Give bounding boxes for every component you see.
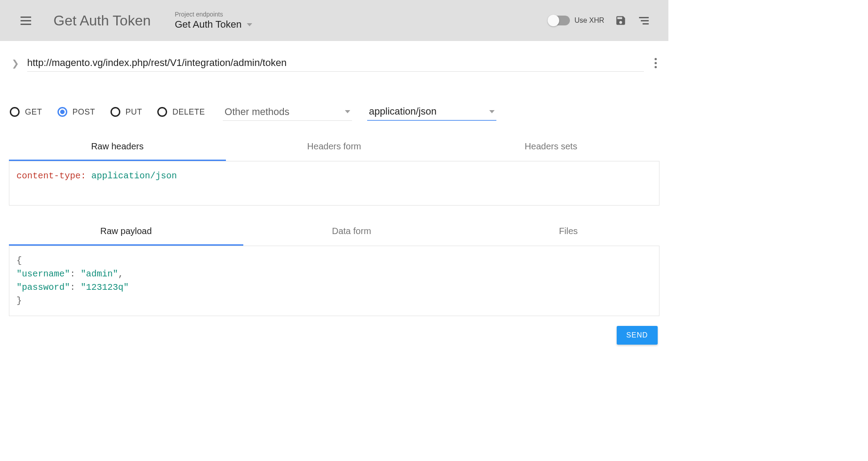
save-icon[interactable] [615,15,626,26]
method-radio-post[interactable]: POST [57,107,95,117]
chevron-right-icon[interactable]: ❯ [9,58,19,69]
method-radio-put[interactable]: PUT [111,107,143,117]
url-input[interactable] [27,54,644,72]
more-options-icon[interactable] [652,55,659,71]
chevron-down-icon [489,110,495,113]
method-label: DELETE [172,107,205,117]
method-radio-get[interactable]: GET [10,107,42,117]
other-methods-label: Other methods [225,106,290,118]
format-icon[interactable] [637,15,651,26]
payload-tabs: Raw payload Data form Files [9,218,659,246]
tab-headers-sets[interactable]: Headers sets [442,133,659,161]
endpoint-value: Get Auth Token [175,19,242,30]
raw-payload-editor[interactable]: { "username": "admin", "password": "1231… [9,246,659,316]
method-label: PUT [126,107,143,117]
headers-tabs: Raw headers Headers form Headers sets [9,133,659,161]
menu-icon[interactable] [18,14,34,28]
tab-data-form[interactable]: Data form [243,218,460,246]
send-button[interactable]: SEND [617,326,658,345]
content-type-value: application/json [369,106,437,117]
tab-raw-payload[interactable]: Raw payload [9,218,243,246]
method-radio-delete[interactable]: DELETE [157,107,205,117]
use-xhr-label: Use XHR [574,16,604,25]
use-xhr-toggle[interactable] [549,16,570,25]
tab-raw-headers[interactable]: Raw headers [9,133,226,161]
method-label: POST [73,107,95,117]
content-type-select[interactable]: application/json [367,103,496,121]
tab-files[interactable]: Files [460,218,668,246]
chevron-down-icon [247,23,252,26]
method-label: GET [25,107,42,117]
tab-headers-form[interactable]: Headers form [226,133,443,161]
endpoint-label: Project endpoints [175,11,252,18]
chevron-down-icon [345,110,350,113]
raw-headers-editor[interactable]: content-type: application/json [9,161,659,206]
page-title: Get Auth Token [53,12,151,29]
endpoint-dropdown[interactable]: Project endpoints Get Auth Token [175,11,252,30]
other-methods-select[interactable]: Other methods [223,103,352,121]
app-toolbar: Get Auth Token Project endpoints Get Aut… [0,0,668,41]
